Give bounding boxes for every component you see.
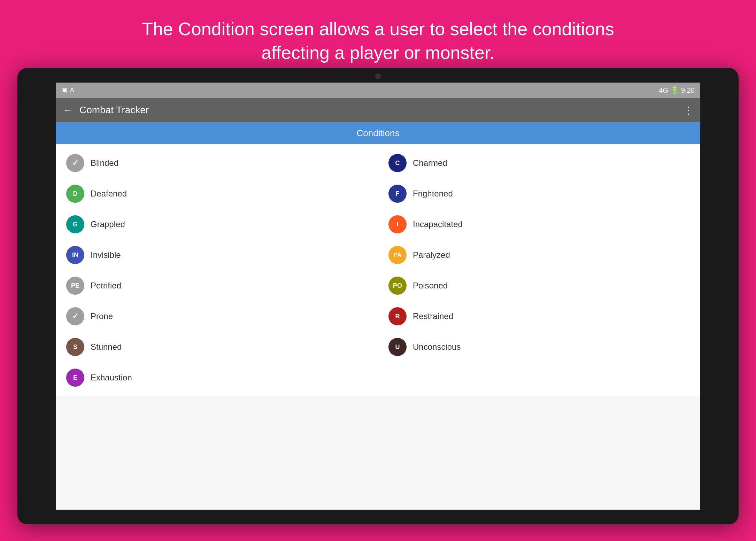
back-button[interactable]: ← <box>63 105 72 116</box>
battery-icon: 🔋 <box>670 86 679 94</box>
condition-label-paralyzed: Paralyzed <box>413 250 450 260</box>
condition-label-grappled: Grappled <box>91 219 125 229</box>
app-title: Combat Tracker <box>79 105 684 116</box>
signal-icon: 4G <box>659 86 668 94</box>
condition-avatar-prone: ✓ <box>66 307 84 325</box>
app-bar: ← Combat Tracker ⋮ <box>56 98 700 122</box>
condition-item-deafened[interactable]: D Deafened <box>56 178 378 209</box>
content-area: Conditions ✓ Blinded C Charmed D Deafene… <box>56 122 700 396</box>
condition-item-petrified[interactable]: PE Petrified <box>56 270 378 301</box>
condition-label-charmed: Charmed <box>413 158 447 168</box>
condition-label-poisoned: Poisoned <box>413 281 448 291</box>
condition-item-poisoned[interactable]: PO Poisoned <box>378 270 700 301</box>
section-header: Conditions <box>56 122 700 144</box>
status-icon-1: ▣ <box>61 86 67 94</box>
condition-label-frightened: Frightened <box>413 189 453 199</box>
status-icon-2: A <box>70 87 74 94</box>
header-description: The Condition screen allows a user to se… <box>0 0 756 78</box>
condition-avatar-charmed: C <box>388 154 407 172</box>
time-display: 9:20 <box>681 86 695 94</box>
condition-avatar-paralyzed: PA <box>388 246 407 264</box>
condition-label-incapacitated: Incapacitated <box>413 219 463 229</box>
condition-item-incapacitated[interactable]: I Incapacitated <box>378 209 700 240</box>
condition-avatar-poisoned: PO <box>388 277 407 295</box>
condition-avatar-blinded: ✓ <box>66 154 84 172</box>
condition-avatar-incapacitated: I <box>388 215 407 233</box>
condition-item-stunned[interactable]: S Stunned <box>56 332 378 362</box>
condition-empty-right <box>378 362 700 393</box>
condition-avatar-frightened: F <box>388 185 407 203</box>
condition-avatar-grappled: G <box>66 215 84 233</box>
condition-label-invisible: Invisible <box>91 250 121 260</box>
condition-item-charmed[interactable]: C Charmed <box>378 148 700 178</box>
condition-label-stunned: Stunned <box>91 342 122 352</box>
condition-item-restrained[interactable]: R Restrained <box>378 301 700 332</box>
condition-label-unconscious: Unconscious <box>413 342 461 352</box>
header-line1: The Condition screen allows a user to se… <box>70 17 686 41</box>
condition-avatar-deafened: D <box>66 185 84 203</box>
condition-item-prone[interactable]: ✓ Prone <box>56 301 378 332</box>
condition-label-blinded: Blinded <box>91 158 118 168</box>
condition-item-exhaustion[interactable]: E Exhaustion <box>56 362 378 393</box>
condition-avatar-unconscious: U <box>388 338 407 356</box>
camera <box>375 74 381 79</box>
tablet-frame: ▣ A 4G 🔋 9:20 ← Combat Tracker ⋮ Conditi… <box>17 68 739 524</box>
condition-label-deafened: Deafened <box>91 189 127 199</box>
condition-avatar-invisible: IN <box>66 246 84 264</box>
condition-item-paralyzed[interactable]: PA Paralyzed <box>378 240 700 270</box>
condition-avatar-exhaustion: E <box>66 369 84 387</box>
condition-avatar-restrained: R <box>388 307 407 325</box>
more-menu-button[interactable]: ⋮ <box>684 105 693 116</box>
condition-item-grappled[interactable]: G Grappled <box>56 209 378 240</box>
tablet-screen: ▣ A 4G 🔋 9:20 ← Combat Tracker ⋮ Conditi… <box>56 83 700 510</box>
condition-item-blinded[interactable]: ✓ Blinded <box>56 148 378 178</box>
condition-item-frightened[interactable]: F Frightened <box>378 178 700 209</box>
condition-label-petrified: Petrified <box>91 281 121 291</box>
condition-item-unconscious[interactable]: U Unconscious <box>378 332 700 362</box>
condition-label-prone: Prone <box>91 311 113 321</box>
condition-avatar-stunned: S <box>66 338 84 356</box>
header-line2: affecting a player or monster. <box>70 41 686 65</box>
condition-avatar-petrified: PE <box>66 277 84 295</box>
condition-label-restrained: Restrained <box>413 311 453 321</box>
condition-label-exhaustion: Exhaustion <box>91 373 132 382</box>
conditions-grid: ✓ Blinded C Charmed D Deafened F Frighte… <box>56 144 700 396</box>
status-bar: ▣ A 4G 🔋 9:20 <box>56 83 700 98</box>
condition-item-invisible[interactable]: IN Invisible <box>56 240 378 270</box>
